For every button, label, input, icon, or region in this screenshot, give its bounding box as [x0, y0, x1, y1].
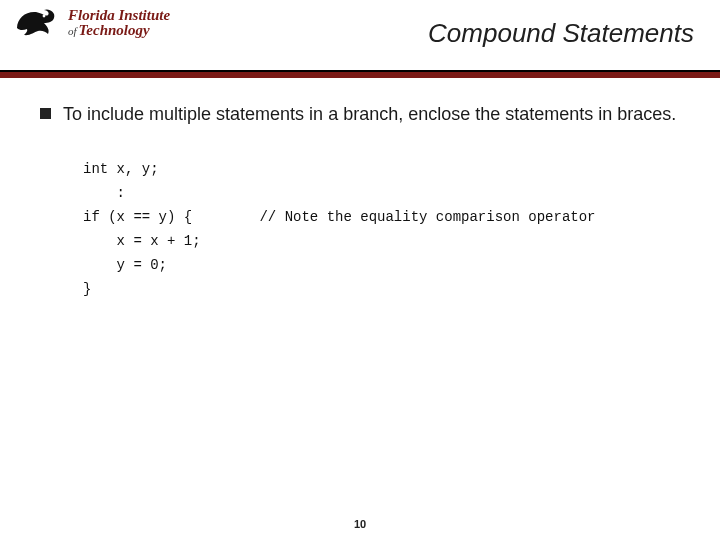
institution-logo: Florida Institute ofTechnology	[14, 6, 170, 42]
header-rule	[0, 70, 720, 78]
rule-thick	[0, 72, 720, 78]
slide-header: Florida Institute ofTechnology Compound …	[0, 0, 720, 70]
code-line: x = x + 1;	[83, 233, 201, 249]
panther-icon	[14, 6, 62, 42]
bullet-item: To include multiple statements in a bran…	[40, 104, 690, 125]
wordmark-line2: ofTechnology	[68, 23, 170, 39]
code-line: int x, y;	[83, 161, 159, 177]
code-line: y = 0;	[83, 257, 167, 273]
institution-wordmark: Florida Institute ofTechnology	[68, 6, 170, 39]
square-bullet-icon	[40, 108, 51, 119]
code-line: if (x == y) {	[83, 209, 192, 225]
code-block: int x, y; : if (x == y) { // Note the eq…	[83, 157, 690, 301]
slide-title: Compound Statements	[428, 18, 694, 49]
bullet-text: To include multiple statements in a bran…	[63, 104, 676, 125]
svg-point-0	[43, 15, 46, 18]
slide: Florida Institute ofTechnology Compound …	[0, 0, 720, 540]
slide-body: To include multiple statements in a bran…	[40, 104, 690, 301]
wordmark-line1: Florida Institute	[68, 8, 170, 23]
wordmark-tech: Technology	[79, 22, 150, 38]
wordmark-of: of	[68, 25, 77, 37]
code-comment: // Note the equality comparison operator	[259, 209, 595, 225]
code-line: }	[83, 281, 91, 297]
code-line: :	[83, 185, 125, 201]
page-number: 10	[0, 518, 720, 530]
